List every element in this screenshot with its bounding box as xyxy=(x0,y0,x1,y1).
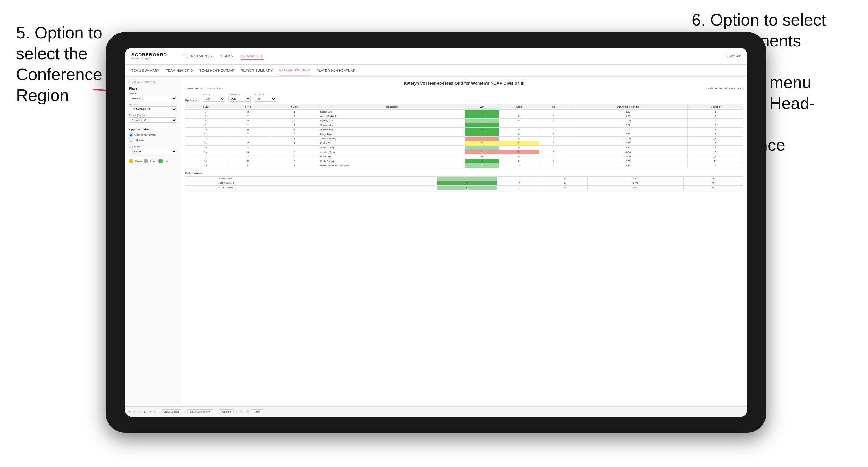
toolbar-icon1[interactable]: ⬜ xyxy=(240,410,243,413)
tablet: SCOREBOARD Powered by clippd TOURNAMENTS… xyxy=(106,32,766,433)
table-row: 20117 Federica Domecq Lacroze 210 1.336 xyxy=(185,163,743,168)
table-row: 1125 Heejo Hyun 100 3.333 xyxy=(185,132,743,136)
sub-nav-team-h2h-grid[interactable]: TEAM H2H GRID xyxy=(166,66,193,75)
legend-level-dot xyxy=(144,159,148,163)
right-content: Katelyn Vo Head-to-Head Grid for Women's… xyxy=(181,77,747,406)
table-row: 19106 Emily Chang 400 0.3011 xyxy=(185,159,743,163)
left-panel: Last Updated: 27/03/2024 Player Gender W… xyxy=(125,77,181,406)
toolbar-forward[interactable]: → xyxy=(139,410,142,413)
sub-nav: TEAM SUMMARY TEAM H2H GRID TEAM H2H HEAT… xyxy=(125,65,747,77)
top-nav: SCOREBOARD Powered by clippd TOURNAMENTS… xyxy=(125,48,747,65)
overall-record: Overall Record: 353 - 34 - 6 xyxy=(185,87,221,90)
legend-level-label: Level xyxy=(150,160,156,162)
table-row: 331 Esther Lee 1 1.504 xyxy=(185,110,743,114)
nav-tournaments[interactable]: TOURNAMENTS xyxy=(183,53,212,60)
logo-sub: Powered by clippd xyxy=(131,57,167,60)
table-row: 1063 Andrea York 200 4.004 xyxy=(185,128,743,132)
region-filter-select[interactable]: (All) xyxy=(203,96,225,102)
toolbar-back[interactable]: ← xyxy=(134,410,136,413)
table-row: 1822 Euna Lee 000 -5.002 xyxy=(185,155,743,159)
toolbar-export[interactable]: ↗ xyxy=(149,410,151,413)
nav-committee[interactable]: COMMITTEE xyxy=(241,53,264,60)
conference-filter-label: Conference xyxy=(228,93,251,95)
opponents-filter-group: Opponents: xyxy=(185,99,199,102)
nav-items: TOURNAMENTS TEAMS COMMITTEE xyxy=(183,53,718,60)
toolbar-undo[interactable]: ↩ xyxy=(129,410,131,413)
legend-up-label: Up xyxy=(165,160,168,162)
logo-scoreboard: SCOREBOARD xyxy=(131,53,167,57)
out-of-division-header: Out of division xyxy=(185,172,743,175)
toolbar-icon2[interactable]: ⬜ xyxy=(245,410,248,413)
view-original-button[interactable]: View: Original xyxy=(161,409,182,414)
table-row: 914 Sharon Mun 1 3.673 xyxy=(185,123,743,128)
col-header-opponent: Opponent xyxy=(319,104,465,110)
save-custom-view-button[interactable]: Save Custom View xyxy=(187,409,213,414)
radio-opponents-played: Opponents Played xyxy=(129,133,177,137)
conference-filter-select[interactable]: (All) xyxy=(228,96,251,102)
col-header-conf: # Conf xyxy=(270,104,319,110)
legend-row: Down Level Up xyxy=(129,159,177,163)
nav-teams[interactable]: TEAMS xyxy=(220,53,233,60)
colour-by-section: Colour by Win/loss xyxy=(129,145,177,156)
bottom-toolbar: ↩ ← → ⊞ ↗ ○ | View: Original | Save Cust… xyxy=(125,406,747,417)
table-row: 633 Sydney Kuo 100 -1.003 xyxy=(185,119,743,123)
opponent-filter-label: Opponent xyxy=(254,93,276,95)
table-row: 1585 Stella Cheng 100 1.254 xyxy=(185,146,743,150)
col-header-loss: Loss xyxy=(499,104,539,110)
toolbar-grid[interactable]: ⊞ xyxy=(144,410,146,413)
table-row: Foreign Team 100 4.5002 xyxy=(185,177,743,181)
player-section-title: Player xyxy=(129,87,177,90)
col-header-win: Win xyxy=(465,104,499,110)
opponent-view-title: Opponent view xyxy=(129,128,177,131)
opponent-filter-group: Opponent (All) xyxy=(254,93,276,102)
colour-by-select[interactable]: Win/loss xyxy=(129,149,177,154)
sign-out-link[interactable]: Sign out xyxy=(729,55,741,58)
col-header-reg: # Reg xyxy=(226,104,270,110)
app-container: SCOREBOARD Powered by clippd TOURNAMENTS… xyxy=(125,48,747,417)
radio-top100: Top 100 xyxy=(129,138,177,142)
legend-down-label: Down xyxy=(135,160,142,162)
filter-row: Opponents: Region (All) Conference (All) xyxy=(185,93,743,102)
sub-nav-player-h2h-heatmap[interactable]: PLAYER H2H HEATMAP xyxy=(317,66,355,75)
opponent-filter-select[interactable]: (All) xyxy=(254,96,276,102)
col-header-diff: Diff Av Strokes/Rnd xyxy=(568,104,687,110)
legend-down-dot xyxy=(129,159,133,163)
share-button[interactable]: Share xyxy=(251,409,263,414)
table-row: NCAA Division 2 500 7.40010 xyxy=(185,186,743,190)
tablet-screen: SCOREBOARD Powered by clippd TOURNAMENTS… xyxy=(125,48,747,417)
colour-by-label: Colour by xyxy=(129,145,177,148)
sub-nav-team-summary[interactable]: TEAM SUMMARY xyxy=(131,66,160,75)
division-record: Division Record: 331 - 34 - 6 xyxy=(707,87,743,90)
table-row: 1636 Jessica Mason 120 -0.947 xyxy=(185,150,743,155)
main-content: Last Updated: 27/03/2024 Player Gender W… xyxy=(125,77,747,406)
gender-label: Gender xyxy=(129,92,177,95)
nav-right: | Sign out xyxy=(727,55,741,58)
page-title: Katelyn Vo Head-to-Head Grid for Women's… xyxy=(185,81,743,86)
col-header-div: # Div xyxy=(185,104,226,110)
records-row: Overall Record: 353 - 34 - 6 Division Re… xyxy=(185,87,743,90)
watch-button[interactable]: Watch ▾ xyxy=(219,409,234,414)
division-select[interactable]: NCAA Division III xyxy=(129,106,177,112)
toolbar-circle[interactable]: ○ xyxy=(154,410,155,413)
player-rank-select[interactable]: 8. Katelyn Vo xyxy=(129,117,177,123)
table-row: 1474 Eunice Yi 220 0.389 xyxy=(185,141,743,146)
table-row: 1311 Jessica Huang 100 -3.002 xyxy=(185,136,743,141)
col-header-rounds: Rounds xyxy=(687,104,743,110)
sub-nav-team-h2h-heatmap[interactable]: TEAM H2H HEATMAP xyxy=(199,66,235,75)
sub-nav-player-h2h-grid[interactable]: PLAYER H2H GRID xyxy=(279,66,310,75)
region-filter-label: Region xyxy=(203,93,225,95)
col-header-tie: Tie xyxy=(539,104,569,110)
last-updated: Last Updated: 27/03/2024 xyxy=(129,81,177,84)
gender-select[interactable]: Women's xyxy=(129,95,177,101)
logo-area: SCOREBOARD Powered by clippd xyxy=(131,53,167,60)
main-data-table: # Div # Reg # Conf Opponent Win Loss Tie… xyxy=(185,104,743,168)
sub-nav-player-summary[interactable]: PLAYER SUMMARY xyxy=(241,66,273,75)
region-filter-group: Region (All) xyxy=(203,93,225,102)
table-row: 522 Alexis Sudjianto 100 4.003 xyxy=(185,114,743,119)
division-label: Division xyxy=(129,103,177,106)
legend-up-dot xyxy=(158,159,163,163)
out-of-division-table: Foreign Team 100 4.5002 NAIA Division 1 … xyxy=(185,176,743,190)
table-row: NAIA Division 1 1500 9.26730 xyxy=(185,181,743,186)
opponents-filter-label: Opponents: xyxy=(185,99,199,102)
player-rank-label: Player (Rank) xyxy=(129,114,177,117)
